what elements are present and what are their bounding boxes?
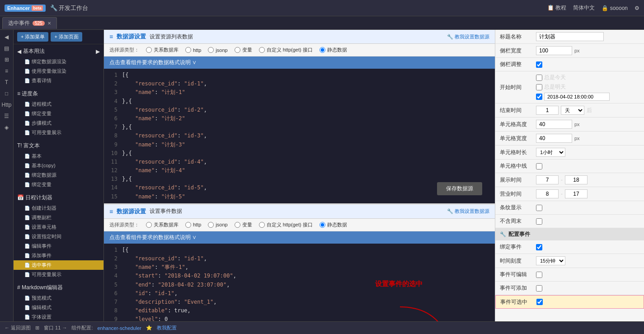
nav-item-bind-ds2[interactable]: 📄绑定数据源 xyxy=(14,170,103,180)
sidebar-icon-4[interactable]: T xyxy=(3,77,10,87)
save-datasource-1-button[interactable]: 保存数据源 xyxy=(437,182,482,195)
format-hint-2[interactable]: 点击查看组件要求的数据格式说明 ∨ xyxy=(104,231,495,244)
radio-jsonp-2[interactable]: jsonp xyxy=(208,222,227,228)
section-header-markdown[interactable]: # Markdown编辑器 xyxy=(14,282,103,293)
nav-item-step[interactable]: 📄步骤模式 xyxy=(14,118,103,128)
nav-item-bind-var2[interactable]: 📄绑定变量 xyxy=(14,180,103,189)
sidebar-icon-5[interactable]: □ xyxy=(3,89,10,99)
code-editor-1[interactable]: 1[{ 2 "resource_id": "id-1", 3 "name": "… xyxy=(104,69,495,203)
right-sidebar: 标题名称 侧栏宽度 px 侧栏调整 开始时间 总是今天 xyxy=(495,30,644,321)
start-tomorrow-checkbox[interactable] xyxy=(536,84,542,90)
nav-item-edit-event[interactable]: 📄编辑事件 xyxy=(14,241,103,251)
nav-item-available-vars2[interactable]: 📄可用变量展示 xyxy=(14,270,103,279)
radio-reldb-2[interactable]: 关系数据库 xyxy=(146,221,179,228)
start-datetime-input[interactable] xyxy=(544,93,610,101)
radio-custom-1[interactable]: 自定义 http(get) 接口 xyxy=(259,47,313,53)
radio-http-2[interactable]: http xyxy=(185,222,201,228)
sidebar-width-input[interactable] xyxy=(536,46,572,55)
stripe-checkbox[interactable] xyxy=(536,205,542,211)
nav-item-add-event[interactable]: 📄添加事件 xyxy=(14,251,103,260)
sidebar-icon-6[interactable]: Http xyxy=(0,100,14,110)
user-menu[interactable]: 🔒 soooon xyxy=(602,5,628,11)
section-header-scheduler[interactable]: 📅 日程计划器 xyxy=(14,192,103,203)
language-selector[interactable]: 简体中文 xyxy=(573,4,595,12)
show-time-to-input[interactable] xyxy=(565,175,588,184)
radio-static-2[interactable]: 静态数据 xyxy=(320,221,347,228)
bind-event-checkbox[interactable] xyxy=(536,244,542,250)
radio-variable-1[interactable]: 变量 xyxy=(235,47,252,53)
teach-config-link[interactable]: 教我配置 xyxy=(157,325,177,331)
nav-item-preview[interactable]: 📄预览模式 xyxy=(14,293,103,303)
midline-value xyxy=(536,163,639,169)
nav-item-select-event[interactable]: 📄选中事件 xyxy=(14,260,103,270)
add-menu-button[interactable]: + 添加菜单 xyxy=(17,32,48,42)
title-name-input[interactable] xyxy=(536,32,604,41)
start-today-option[interactable]: 总是今天 xyxy=(536,74,566,81)
nav-item-set-cell[interactable]: 📄设置单元格 xyxy=(14,222,103,232)
section-header-progress[interactable]: ≡ 进度条 xyxy=(14,88,103,99)
radio-jsonp-1[interactable]: jsonp xyxy=(208,47,227,53)
midline-checkbox[interactable] xyxy=(536,163,542,169)
datasource-help-1[interactable]: 🔧 教我设置数据源 xyxy=(447,33,489,40)
datasource-help-2[interactable]: 🔧 教我设置数据源 xyxy=(447,208,489,215)
nav-item-font[interactable]: 📄字体设置 xyxy=(14,312,103,321)
window-label[interactable]: 窗口 11 → xyxy=(44,325,67,331)
start-datetime-option[interactable] xyxy=(536,93,610,101)
nav-item-process[interactable]: 📄进程模式 xyxy=(14,99,103,109)
event-editable-checkbox[interactable] xyxy=(536,272,542,278)
sidebar-adjust-value xyxy=(536,61,639,68)
section-header-basic[interactable]: ◀ 基本用法 ▶ xyxy=(14,46,103,57)
nav-item-edit-mode[interactable]: 📄编辑模式 xyxy=(14,303,103,312)
sidebar-icon-8[interactable]: ◈ xyxy=(3,122,10,132)
tutorial-link[interactable]: 📋 教程 xyxy=(547,4,566,12)
show-time-from-input[interactable] xyxy=(536,175,559,184)
settings-icon[interactable]: ⚙ xyxy=(635,5,639,11)
nav-item-view-detail[interactable]: 📄 查看详情 xyxy=(14,76,103,85)
business-time-from-input[interactable] xyxy=(536,189,559,198)
radio-static-1[interactable]: 静态数据 xyxy=(320,47,347,53)
radio-custom-2[interactable]: 自定义 http(get) 接口 xyxy=(259,221,313,228)
sidebar-adjust-checkbox[interactable] xyxy=(536,61,542,68)
main-tab[interactable]: 选中事件 525 ✕ xyxy=(2,17,57,29)
nav-item-adjust-sidebar[interactable]: 📄调整副栏 xyxy=(14,213,103,222)
format-hint-1[interactable]: 点击查看组件要求的数据格式说明 ∨ xyxy=(104,56,495,69)
radio-variable-2[interactable]: 变量 xyxy=(235,221,252,228)
datasource-title-1[interactable]: 数据源设置 xyxy=(117,33,146,41)
sidebar-icon-7[interactable]: ☰ xyxy=(2,111,11,121)
nav-item-basic-copy[interactable]: 📄基本(copy) xyxy=(14,161,103,170)
time-scale-select[interactable]: 15分钟 30分钟 1小时 xyxy=(536,256,565,265)
nav-item-available-vars1[interactable]: 📄可用变量展示 xyxy=(14,128,103,137)
nav-item-bind-datasource[interactable]: 📄 绑定数据源渲染 xyxy=(14,57,103,66)
code-editor-2[interactable]: 1[{ 2 "resource_id": "id-1", 3 "name": "… xyxy=(104,244,495,321)
cell-width-input[interactable] xyxy=(536,134,572,143)
event-selectable-checkbox[interactable] xyxy=(536,299,543,305)
component-name-link[interactable]: enhancer-scheduler xyxy=(97,325,141,331)
no-weekend-checkbox[interactable] xyxy=(536,218,542,225)
sidebar-icon-1[interactable]: ▤ xyxy=(2,43,11,53)
section-header-richtext[interactable]: T! 富文本 xyxy=(14,140,103,151)
back-to-diagram-button[interactable]: ← 返回源图 xyxy=(5,325,31,331)
add-page-button[interactable]: + 添加页面 xyxy=(51,32,82,42)
sidebar-collapse-icon[interactable]: ◀ xyxy=(3,32,10,42)
sidebar-icon-2[interactable]: ⊞ xyxy=(3,55,11,65)
close-tab-icon[interactable]: ✕ xyxy=(47,21,51,26)
start-today-checkbox[interactable] xyxy=(536,75,542,81)
sidebar-icon-3[interactable]: ≡ xyxy=(3,66,10,76)
logo[interactable]: Enhancer beta xyxy=(5,5,46,12)
start-datetime-checkbox[interactable] xyxy=(536,94,542,100)
radio-reldb-1[interactable]: 关系数据库 xyxy=(146,47,179,53)
start-tomorrow-option[interactable]: 总是明天 xyxy=(536,83,566,91)
nav-item-use-variable[interactable]: 📄 使用变量做渲染 xyxy=(14,66,103,76)
end-time-unit-select[interactable]: 天 小时 xyxy=(561,106,584,115)
business-time-to-input[interactable] xyxy=(565,189,588,198)
nav-item-bind-var[interactable]: 📄绑定变量 xyxy=(14,109,103,118)
nav-item-basic[interactable]: 📄基本 xyxy=(14,151,103,161)
nav-item-set-time[interactable]: 📄设置指定时间 xyxy=(14,232,103,241)
cell-duration-select[interactable]: 1小时 30分钟 15分钟 xyxy=(536,148,565,157)
radio-http-1[interactable]: http xyxy=(185,47,201,53)
datasource-title-2[interactable]: 数据源设置 xyxy=(117,207,146,216)
cell-height-input[interactable] xyxy=(536,120,572,129)
event-addable-checkbox[interactable] xyxy=(536,285,542,292)
end-time-input[interactable] xyxy=(536,106,559,115)
nav-item-create-planner[interactable]: 📄创建计划器 xyxy=(14,203,103,213)
